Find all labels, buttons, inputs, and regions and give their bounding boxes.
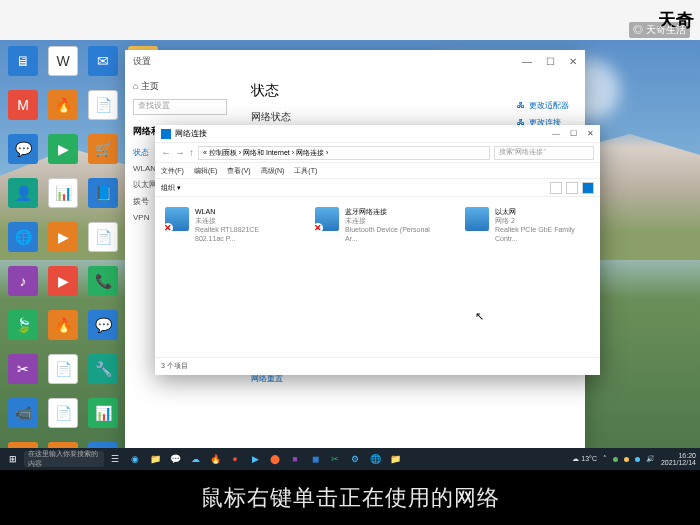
caption-text: 鼠标右键单击正在使用的网络: [201, 483, 500, 513]
desktop-icon[interactable]: ♪: [8, 266, 38, 296]
adapter-device: Realtek PCIe GbE Family Contr...: [495, 225, 585, 243]
desktop-icon[interactable]: 🔥: [48, 90, 78, 120]
help-button[interactable]: [582, 182, 594, 194]
settings-titlebar[interactable]: 设置 — ☐ ✕: [125, 50, 585, 72]
desktop-icon[interactable]: 🍃: [8, 310, 38, 340]
maximize-button[interactable]: ☐: [546, 56, 555, 67]
weather-widget[interactable]: ☁ 13°C: [572, 455, 597, 463]
desktop-icon[interactable]: 📄: [48, 354, 78, 384]
close-button[interactable]: ✕: [569, 56, 577, 67]
start-button[interactable]: ⊞: [4, 451, 22, 467]
adapter-name: 以太网: [495, 207, 585, 216]
taskbar: ⊞ 在这里输入你要搜索的内容 ☰ ◉ 📁 💬 ☁ 🔥 ● ▶ ⬤ ■ ◼ ✂ ⚙…: [0, 448, 700, 470]
desktop-icon[interactable]: 👤: [8, 178, 38, 208]
desktop-icon[interactable]: 📹: [8, 398, 38, 428]
view-button[interactable]: [550, 182, 562, 194]
app-icon[interactable]: ■: [286, 451, 304, 467]
volume-icon[interactable]: 🔊: [646, 455, 655, 463]
system-tray[interactable]: ☁ 13°C ˄ 🔊 16:20 2021/12/14: [572, 452, 696, 466]
bluetooth-icon: [315, 207, 339, 231]
change-adapter-link[interactable]: 🖧更改适配器: [517, 100, 569, 111]
adapter-wlan[interactable]: WLAN 未连接 Realtek RTL8821CE 802.11ac P...: [165, 207, 285, 347]
adapter-bluetooth[interactable]: 蓝牙网络连接 未连接 Bluetooth Device (Personal Ar…: [315, 207, 435, 347]
view-button[interactable]: [566, 182, 578, 194]
ethernet-icon: [465, 207, 489, 231]
desktop-icon[interactable]: ✉: [88, 46, 118, 76]
close-button[interactable]: ✕: [587, 129, 594, 138]
organize-button[interactable]: 组织 ▾: [161, 183, 181, 193]
tray-icon[interactable]: [624, 457, 629, 462]
app-icon[interactable]: ●: [226, 451, 244, 467]
app-icon[interactable]: ⬤: [266, 451, 284, 467]
desktop-icon[interactable]: 🔧: [88, 354, 118, 384]
tray-icon[interactable]: [635, 457, 640, 462]
wechat-icon[interactable]: 💬: [166, 451, 184, 467]
desktop-icon[interactable]: 🌐: [8, 222, 38, 252]
desktop-icon[interactable]: ✂: [8, 354, 38, 384]
desktop-icon[interactable]: 📊: [48, 178, 78, 208]
task-view-button[interactable]: ☰: [106, 451, 124, 467]
chevron-up-icon[interactable]: ˄: [603, 455, 607, 463]
desktop-icon[interactable]: ▶: [48, 134, 78, 164]
desktop-icon[interactable]: 📄: [48, 398, 78, 428]
clock-date[interactable]: 2021/12/14: [661, 459, 696, 466]
clock-time[interactable]: 16:20: [661, 452, 696, 459]
desktop-icon[interactable]: 📘: [88, 178, 118, 208]
app-icon[interactable]: 🌐: [366, 451, 384, 467]
adapter-status: 网络 2: [495, 216, 585, 225]
tray-icon[interactable]: [613, 457, 618, 462]
desktop-icon[interactable]: 📊: [88, 398, 118, 428]
menu-view[interactable]: 查看(V): [227, 166, 250, 176]
explorer-window: 网络连接 — ☐ ✕ ← → ↑ « 控制面板 › 网络和 Internet ›…: [155, 125, 600, 375]
explorer-search-input[interactable]: 搜索"网络连接": [494, 146, 594, 160]
desktop-icon[interactable]: 💬: [8, 134, 38, 164]
desktop-icon[interactable]: 📄: [88, 222, 118, 252]
minimize-button[interactable]: —: [552, 129, 560, 138]
app-icon[interactable]: ⚙: [346, 451, 364, 467]
maximize-button[interactable]: ☐: [570, 129, 577, 138]
page-title: 状态: [251, 82, 569, 100]
cursor-icon: ↖: [475, 310, 484, 323]
minimize-button[interactable]: —: [522, 56, 532, 67]
explorer-content[interactable]: WLAN 未连接 Realtek RTL8821CE 802.11ac P...…: [155, 197, 600, 357]
up-button[interactable]: ↑: [189, 147, 194, 158]
app-icon[interactable]: ☁: [186, 451, 204, 467]
desktop-icon[interactable]: ▶: [48, 222, 78, 252]
settings-search-input[interactable]: 查找设置: [133, 99, 227, 115]
app-icon[interactable]: ▶: [246, 451, 264, 467]
desktop-icon[interactable]: 📞: [88, 266, 118, 296]
desktop-icon[interactable]: 📄: [88, 90, 118, 120]
app-icon[interactable]: ✂: [326, 451, 344, 467]
breadcrumb[interactable]: « 控制面板 › 网络和 Internet › 网络连接 ›: [198, 146, 490, 160]
desktop-icon[interactable]: 🛒: [88, 134, 118, 164]
app-icon[interactable]: ◼: [306, 451, 324, 467]
adapter-device: Bluetooth Device (Personal Ar...: [345, 225, 435, 243]
explorer-status-bar: 3 个项目: [155, 357, 600, 373]
desktop-icon[interactable]: W: [48, 46, 78, 76]
taskbar-search[interactable]: 在这里输入你要搜索的内容: [24, 451, 104, 467]
explorer-title: 网络连接: [175, 128, 207, 139]
desktop-icon[interactable]: 🔥: [48, 310, 78, 340]
forward-button[interactable]: →: [175, 147, 185, 158]
app-icon[interactable]: 🔥: [206, 451, 224, 467]
menu-edit[interactable]: 编辑(E): [194, 166, 217, 176]
home-link[interactable]: ⌂ 主页: [133, 80, 227, 93]
explorer-toolbar: 组织 ▾: [155, 179, 600, 197]
app-icon[interactable]: 📁: [386, 451, 404, 467]
menu-advanced[interactable]: 高级(N): [261, 166, 285, 176]
edge-icon[interactable]: ◉: [126, 451, 144, 467]
desktop-icon[interactable]: 🖥: [8, 46, 38, 76]
item-count: 3 个项目: [161, 361, 188, 371]
network-icon: [161, 129, 171, 139]
adapter-ethernet[interactable]: 以太网 网络 2 Realtek PCIe GbE Family Contr..…: [465, 207, 585, 347]
menu-tools[interactable]: 工具(T): [294, 166, 317, 176]
explorer-icon[interactable]: 📁: [146, 451, 164, 467]
explorer-titlebar[interactable]: 网络连接 — ☐ ✕: [155, 125, 600, 143]
explorer-address-bar: ← → ↑ « 控制面板 › 网络和 Internet › 网络连接 › 搜索"…: [155, 143, 600, 163]
desktop-icon[interactable]: ▶: [48, 266, 78, 296]
desktop-icon[interactable]: M: [8, 90, 38, 120]
back-button[interactable]: ←: [161, 147, 171, 158]
adapter-status: 未连接: [195, 216, 285, 225]
desktop-icon[interactable]: 💬: [88, 310, 118, 340]
menu-file[interactable]: 文件(F): [161, 166, 184, 176]
